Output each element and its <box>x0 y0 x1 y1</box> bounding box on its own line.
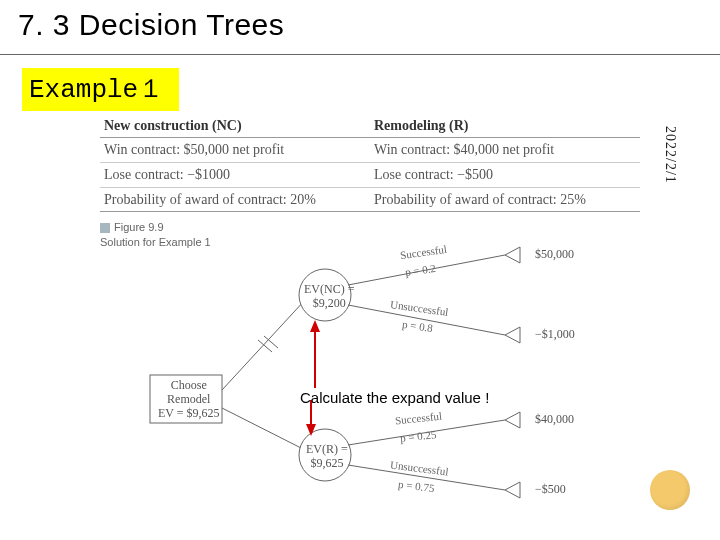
branch-payoff: −$1,000 <box>535 328 575 342</box>
figure-number: Figure 9.9 <box>114 221 164 233</box>
page-title: 7. 3 Decision Trees <box>18 8 284 42</box>
cell: Probability of award of contract: 20% <box>100 188 370 212</box>
decision-box-text: Choose Remodel EV = $9,625 <box>158 379 220 420</box>
header-nc: New construction (NC) <box>100 118 370 134</box>
branch-payoff: $40,000 <box>535 413 574 427</box>
svg-marker-16 <box>310 320 320 332</box>
corner-circle-icon <box>650 470 690 510</box>
example-badge: Example１ <box>22 68 179 111</box>
table-header: New construction (NC) Remodeling (R) <box>100 118 640 138</box>
table-row: Lose contract: −$1000 Lose contract: −$5… <box>100 163 640 188</box>
ev-line: $9,625 <box>306 457 348 471</box>
branch-payoff: $50,000 <box>535 248 574 262</box>
header-r: Remodeling (R) <box>370 118 640 134</box>
decision-line: Remodel <box>158 393 220 407</box>
decision-line: Choose <box>158 379 220 393</box>
svg-marker-11 <box>505 412 520 428</box>
slide: 7. 3 Decision Trees Example１ 2022/2/1 Ne… <box>0 0 720 540</box>
ev-line: EV(NC) = <box>304 283 354 297</box>
ev-nc-label: EV(NC) = $9,200 <box>304 283 354 311</box>
title-divider <box>0 54 720 55</box>
branch-payoff: −$500 <box>535 483 566 497</box>
figure-swatch-icon <box>100 223 110 233</box>
date-vertical: 2022/2/1 <box>662 126 678 184</box>
cell: Lose contract: −$1000 <box>100 163 370 187</box>
ev-r-label: EV(R) = $9,625 <box>306 443 348 471</box>
info-table: New construction (NC) Remodeling (R) Win… <box>100 118 640 212</box>
table-row: Probability of award of contract: 20% Pr… <box>100 188 640 213</box>
ev-line: EV(R) = <box>306 443 348 457</box>
cell: Probability of award of contract: 25% <box>370 188 640 212</box>
cell: Lose contract: −$500 <box>370 163 640 187</box>
decision-tree-diagram: Choose Remodel EV = $9,625 EV(NC) = $9,2… <box>90 240 650 500</box>
diagram-svg <box>90 240 650 500</box>
decision-line: EV = $9,625 <box>158 407 220 421</box>
svg-marker-12 <box>505 482 520 498</box>
ev-line: $9,200 <box>304 297 354 311</box>
svg-marker-10 <box>505 327 520 343</box>
callout-text: Calculate the expand value ! <box>300 388 510 408</box>
svg-line-13 <box>258 340 272 352</box>
table-row: Win contract: $50,000 net profit Win con… <box>100 138 640 163</box>
svg-marker-9 <box>505 247 520 263</box>
svg-line-2 <box>222 408 305 450</box>
cell: Win contract: $50,000 net profit <box>100 138 370 162</box>
cell: Win contract: $40,000 net profit <box>370 138 640 162</box>
